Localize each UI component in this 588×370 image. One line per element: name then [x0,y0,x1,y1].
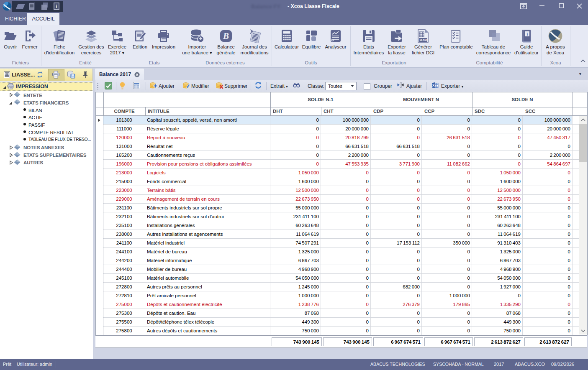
svg-text:X: X [432,83,435,87]
svg-text:XLSM: XLSM [419,38,426,41]
svg-text:i: i [527,32,528,36]
svg-text:i: i [56,4,57,9]
svg-text:B: B [223,31,229,41]
